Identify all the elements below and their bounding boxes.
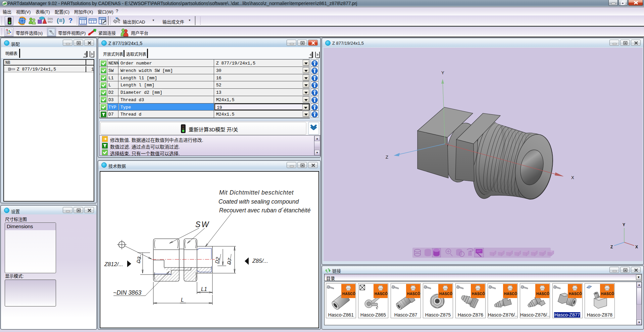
svg-text:Y: Y	[623, 222, 625, 227]
svg-text:Coated with sealing compound: Coated with sealing compound	[218, 198, 299, 205]
svg-text:Y: Y	[441, 70, 444, 75]
svg-text:Recouvert avec ruban d´étanché: Recouvert avec ruban d´étanchéité	[219, 207, 311, 214]
svg-text:L: L	[181, 297, 184, 303]
svg-text:HASCO: HASCO	[375, 292, 388, 296]
svg-text:Z85/...: Z85/...	[252, 258, 268, 264]
svg-text:D7: D7	[226, 257, 233, 265]
svg-text:HASCO: HASCO	[601, 292, 614, 296]
svg-text:HASCO: HASCO	[407, 292, 420, 296]
svg-text:X: X	[571, 175, 574, 180]
svg-text:HASCO: HASCO	[504, 292, 517, 296]
svg-text:HASCO: HASCO	[439, 292, 452, 296]
svg-text:Z812/...: Z812/...	[104, 261, 123, 267]
svg-text:HASCO: HASCO	[342, 292, 355, 296]
svg-text:Z: Z	[386, 155, 388, 160]
svg-text:Mit Dichtmittel beschichtet: Mit Dichtmittel beschichtet	[219, 189, 294, 196]
svg-text:HASCO: HASCO	[569, 292, 582, 296]
svg-text:D3: D3	[135, 256, 142, 263]
svg-text:SW: SW	[195, 220, 210, 229]
svg-text:Z: Z	[610, 245, 613, 249]
svg-text:HASCO: HASCO	[472, 292, 485, 296]
svg-text:D2: D2	[214, 256, 220, 264]
svg-text:L1: L1	[201, 286, 207, 292]
svg-text:~DIN 3863: ~DIN 3863	[113, 289, 141, 296]
svg-text:HASCO: HASCO	[536, 292, 549, 296]
svg-text:X: X	[635, 245, 638, 249]
